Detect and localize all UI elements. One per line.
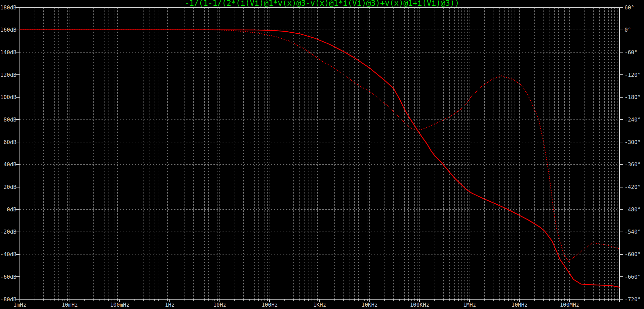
y-right-tick-label: -480° [625, 206, 641, 213]
y-right-tick-label: -540° [625, 229, 641, 235]
y-left-tick-label: -20dB [0, 229, 16, 235]
y-right-tick-label: -420° [625, 184, 641, 190]
axis-ticks [16, 7, 623, 302]
y-right-tick-label: -600° [625, 251, 641, 258]
grid [20, 7, 619, 299]
y-right-tick-label: -300° [625, 139, 641, 145]
x-tick-label: 1KHz [313, 302, 326, 308]
x-tick-label: 10Hz [213, 302, 226, 308]
phase-trace[interactable] [20, 30, 619, 262]
y-left-tick-label: 80dB [3, 116, 16, 123]
y-left-tick-label: 160dB [0, 27, 16, 33]
x-tick-label: 1Hz [165, 302, 175, 308]
x-tick-label: 1mHz [13, 302, 27, 308]
y-left-tick-label: -40dB [0, 251, 16, 258]
y-right-tick-label: -660° [625, 274, 641, 280]
x-tick-label: 100Hz [261, 302, 278, 308]
y-right-tick-label: -360° [625, 161, 641, 168]
y-left-tick-label: 0dB [7, 206, 16, 213]
x-tick-label: 100KHz [410, 302, 429, 308]
axis-labels: 180dB160dB140dB120dB100dB80dB60dB40dB20d… [0, 4, 641, 308]
y-right-tick-label: 0° [625, 27, 631, 33]
y-left-tick-label: 120dB [0, 72, 16, 78]
y-right-tick-label: 60° [625, 4, 634, 11]
y-left-tick-label: 20dB [3, 184, 16, 190]
x-tick-label: 10mHz [62, 302, 78, 308]
x-tick-label: 1MHz [463, 302, 476, 308]
x-tick-label: 10MHz [512, 302, 528, 308]
y-right-tick-label: -120° [625, 72, 641, 78]
y-left-tick-label: -60dB [0, 274, 16, 280]
y-right-tick-label: -180° [625, 94, 641, 100]
x-tick-label: 100mHz [110, 302, 129, 308]
y-right-tick-label: -60° [625, 49, 638, 56]
x-tick-label: 100MHz [560, 302, 579, 308]
y-left-tick-label: 180dB [0, 4, 16, 11]
plot-area[interactable]: 180dB160dB140dB120dB100dB80dB60dB40dB20d… [0, 0, 644, 309]
y-left-tick-label: 60dB [3, 139, 16, 145]
y-right-tick-label: -240° [625, 116, 641, 123]
y-left-tick-label: 40dB [3, 161, 16, 168]
x-tick-label: 10KHz [362, 302, 378, 308]
y-right-tick-label: -720° [625, 296, 641, 303]
waveform-pane: -1/(1-1/(2*(i(Vi)@1*v(x)@3-v(x)@1*i(Vi)@… [0, 0, 644, 309]
y-left-tick-label: 140dB [0, 49, 16, 56]
y-left-tick-label: 100dB [0, 94, 16, 100]
